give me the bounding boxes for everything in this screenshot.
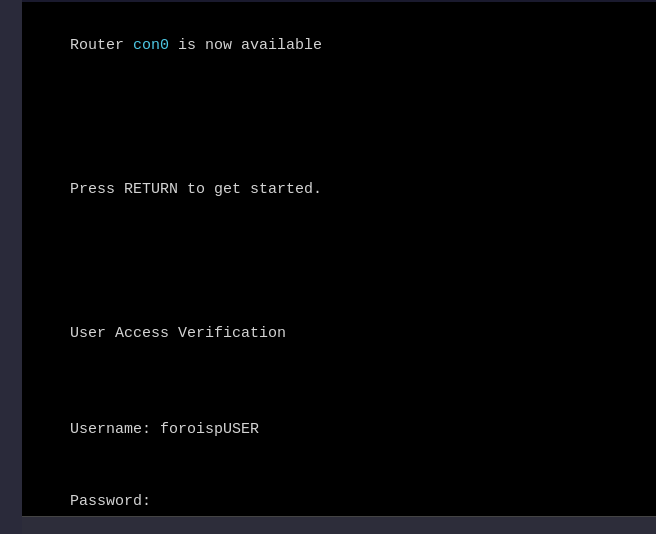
spacer-3 [34, 130, 644, 154]
text-available: is now available [169, 37, 322, 54]
spacer-7 [34, 370, 644, 394]
spacer-4 [34, 226, 644, 250]
text-con0: con0 [133, 37, 169, 54]
text-uav: User Access Verification [70, 325, 286, 342]
terminal-line-1: Router con0 is now available [34, 10, 644, 82]
spacer-1 [34, 82, 644, 106]
terminal-line-password: Password: [34, 466, 644, 516]
terminal-line-press-return: Press RETURN to get started. [34, 154, 644, 226]
text-router: Router [70, 37, 133, 54]
spacer-2 [34, 106, 644, 130]
left-border [0, 0, 22, 534]
text-press-return: Press RETURN to get started. [70, 181, 322, 198]
status-bar [0, 516, 656, 534]
terminal-window[interactable]: Router con0 is now available Press RETUR… [22, 2, 656, 516]
spacer-5 [34, 250, 644, 274]
terminal-line-uav: User Access Verification [34, 298, 644, 370]
terminal-line-username: Username: foroispUSER [34, 394, 644, 466]
text-username: Username: foroispUSER [70, 421, 259, 438]
spacer-6 [34, 274, 644, 298]
text-password: Password: [70, 493, 151, 510]
